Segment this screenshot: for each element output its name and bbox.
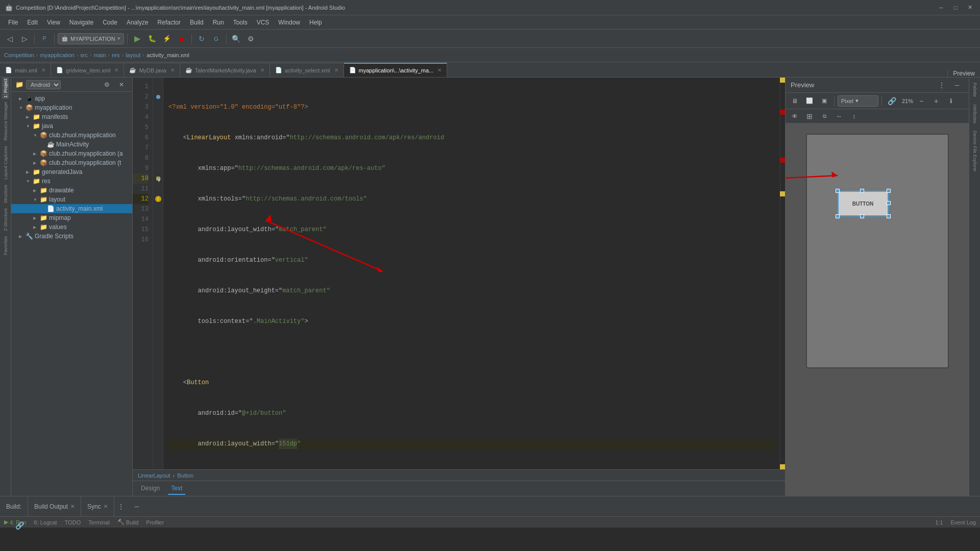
chain-link-icon[interactable]: 🔗 bbox=[15, 521, 24, 530]
bottom-panel-minimize[interactable]: ─ bbox=[130, 500, 143, 513]
minimize-button[interactable]: ─ bbox=[936, 3, 946, 13]
nav-main[interactable]: main bbox=[94, 52, 106, 58]
handle-bl[interactable] bbox=[836, 214, 840, 218]
preview-snap-btn[interactable]: ⧉ bbox=[818, 110, 831, 123]
nav-competition[interactable]: Competition bbox=[4, 52, 34, 58]
status-build-btn[interactable]: 🔨 Build bbox=[117, 519, 138, 525]
close-button[interactable]: ✕ bbox=[965, 3, 975, 13]
tab-activity-main-close[interactable]: ✕ bbox=[437, 67, 442, 73]
tree-item-drawable[interactable]: ▶ 📁 drawable bbox=[11, 186, 132, 195]
bottom-panel-more[interactable]: ⋮ bbox=[114, 500, 128, 513]
nav-res[interactable]: res bbox=[112, 52, 119, 58]
tree-item-activity-main-xml[interactable]: ▶ 📄 activity_main.xml bbox=[11, 204, 132, 213]
handle-tr[interactable] bbox=[887, 189, 891, 193]
maximize-button[interactable]: □ bbox=[950, 3, 961, 13]
run-button[interactable]: ▶ bbox=[131, 32, 144, 45]
preview-link-btn[interactable]: 🔗 bbox=[885, 94, 898, 108]
preview-both-btn[interactable]: ▣ bbox=[818, 94, 831, 108]
project-view-selector[interactable]: Android Project bbox=[26, 80, 61, 89]
menu-analyze[interactable]: Analyze bbox=[122, 17, 153, 28]
project-panel-label[interactable]: 1: Project bbox=[2, 78, 9, 99]
preview-blueprint-btn[interactable]: ⬜ bbox=[803, 94, 816, 108]
tree-item-package-t[interactable]: ▶ 📦 club.zhuol.myapplication (t bbox=[11, 158, 132, 167]
handle-mr[interactable] bbox=[887, 201, 891, 205]
tree-item-layout[interactable]: ▼ 📁 layout bbox=[11, 195, 132, 204]
structure-label[interactable]: Structure bbox=[2, 182, 9, 206]
tree-item-values[interactable]: ▶ 📁 values bbox=[11, 222, 132, 232]
code-content[interactable]: <?xml version="1.0" encoding="utf-8"?> <… bbox=[163, 78, 780, 469]
tree-item-gradle[interactable]: ▶ 🔧 Gradle Scripts bbox=[11, 232, 132, 241]
preview-minimize-btn[interactable]: ─ bbox=[950, 79, 964, 92]
preview-grid-btn[interactable]: ⊞ bbox=[803, 110, 816, 123]
preview-more-btn[interactable]: ⋮ bbox=[935, 79, 948, 92]
status-logcat-btn[interactable]: 6: Logcat bbox=[34, 519, 57, 525]
tab-activity-main-active[interactable]: 📄 myapplication\...\activity_ma... ✕ bbox=[344, 63, 448, 77]
tab-talentmarket-java[interactable]: ☕ TalentMarketActivity.java ✕ bbox=[180, 63, 270, 77]
favorites-label[interactable]: Favorites bbox=[2, 234, 9, 258]
layout-captures-label[interactable]: Layout Captures bbox=[2, 143, 9, 182]
tree-item-mipmap[interactable]: ▶ 📁 mipmap bbox=[11, 213, 132, 222]
handle-bm[interactable] bbox=[860, 214, 864, 218]
zoom-in-btn[interactable]: + bbox=[929, 94, 943, 108]
search-button[interactable]: 🔍 bbox=[230, 32, 243, 45]
sync-close[interactable]: ✕ bbox=[104, 504, 108, 509]
z-structure-label[interactable]: Z-Structure bbox=[2, 206, 9, 234]
handle-tm[interactable] bbox=[860, 189, 864, 193]
menu-vcs[interactable]: VCS bbox=[253, 17, 274, 28]
device-selector[interactable]: Pixel ▾ bbox=[838, 95, 878, 107]
toolbar-forward[interactable]: ▷ bbox=[18, 32, 31, 45]
build-tab-main[interactable]: Build: bbox=[0, 496, 28, 516]
code-editor[interactable]: 1 2 3 4 5 6 7 8 9 10 11 12 13 14 15 16 bbox=[133, 78, 785, 469]
device-explorer-label[interactable]: Device File Explorer bbox=[971, 128, 978, 174]
stop-button[interactable]: ■ bbox=[175, 32, 188, 45]
nav-layout[interactable]: layout bbox=[126, 52, 140, 58]
tree-item-manifests[interactable]: ▶ 📁 manifests bbox=[11, 112, 132, 121]
nav-myapplication[interactable]: myapplication bbox=[40, 52, 74, 58]
tab-gridview-close[interactable]: ✕ bbox=[114, 67, 118, 73]
tree-item-mainactivity[interactable]: ▶ ☕ MainActivity bbox=[11, 140, 132, 149]
menu-navigate[interactable]: Navigate bbox=[65, 17, 97, 28]
menu-code[interactable]: Code bbox=[99, 17, 121, 28]
menu-refactor[interactable]: Refactor bbox=[154, 17, 185, 28]
resource-manager-label[interactable]: Resource Manager bbox=[2, 99, 9, 143]
tab-activity-select-close[interactable]: ✕ bbox=[334, 67, 338, 73]
tree-item-java[interactable]: ▼ 📁 java bbox=[11, 121, 132, 131]
toolbar-project[interactable]: P bbox=[38, 32, 51, 45]
handle-br[interactable] bbox=[887, 214, 891, 218]
menu-run[interactable]: Run bbox=[209, 17, 228, 28]
preview-button-widget[interactable]: BUTTON bbox=[838, 191, 889, 216]
tree-item-package-main[interactable]: ▼ 📦 club.zhuol.myapplication bbox=[11, 131, 132, 140]
tab-gridview-xml[interactable]: 📄 gridview_item.xml ✕ bbox=[51, 63, 124, 77]
tab-mydb-close[interactable]: ✕ bbox=[170, 67, 175, 73]
tree-item-package-a[interactable]: ▶ 📦 club.zhuol.myapplication (a bbox=[11, 149, 132, 158]
debug-button[interactable]: 🐛 bbox=[145, 32, 159, 45]
tab-talentmarket-close[interactable]: ✕ bbox=[260, 67, 264, 73]
menu-window[interactable]: Window bbox=[274, 17, 304, 28]
tree-item-generatedjava[interactable]: ▶ 📁 generatedJava bbox=[11, 167, 132, 177]
handle-tl[interactable] bbox=[836, 189, 840, 193]
run-config-dropdown[interactable]: 🤖 MYAPPLICATION ▾ bbox=[58, 33, 124, 44]
text-tab[interactable]: Text bbox=[168, 483, 185, 495]
breakpoint-2[interactable] bbox=[156, 95, 160, 99]
palette-label[interactable]: Palette bbox=[971, 80, 978, 99]
preview-resize-h-btn[interactable]: ↔ bbox=[832, 110, 846, 123]
status-todo-btn[interactable]: TODO bbox=[65, 519, 81, 525]
tab-main-xml-close[interactable]: ✕ bbox=[41, 67, 45, 73]
preview-design-btn[interactable]: 🖥 bbox=[788, 94, 801, 108]
project-close-btn[interactable]: ✕ bbox=[115, 78, 128, 91]
zoom-out-btn[interactable]: − bbox=[915, 94, 928, 108]
build-output-close[interactable]: ✕ bbox=[70, 504, 75, 509]
tab-activity-select[interactable]: 📄 activity_select.xml ✕ bbox=[270, 63, 344, 77]
tab-mydb-java[interactable]: ☕ MyDB.java ✕ bbox=[124, 63, 180, 77]
sync-button[interactable]: ↻ bbox=[195, 32, 208, 45]
preview-eye-btn[interactable]: 👁 bbox=[788, 110, 801, 123]
settings-button[interactable]: ⚙ bbox=[244, 32, 258, 45]
build-output-tab[interactable]: Build Output ✕ bbox=[28, 496, 81, 516]
gradle-button[interactable]: G bbox=[210, 32, 223, 45]
preview-resize-v-btn[interactable]: ↕ bbox=[847, 110, 861, 123]
menu-edit[interactable]: Edit bbox=[23, 17, 42, 28]
tab-main-xml[interactable]: 📄 main.xml ✕ bbox=[0, 63, 51, 77]
project-settings-btn[interactable]: ⚙ bbox=[100, 78, 113, 91]
breadcrumb-button[interactable]: Button bbox=[177, 472, 193, 479]
toolbar-back[interactable]: ◁ bbox=[3, 32, 16, 45]
